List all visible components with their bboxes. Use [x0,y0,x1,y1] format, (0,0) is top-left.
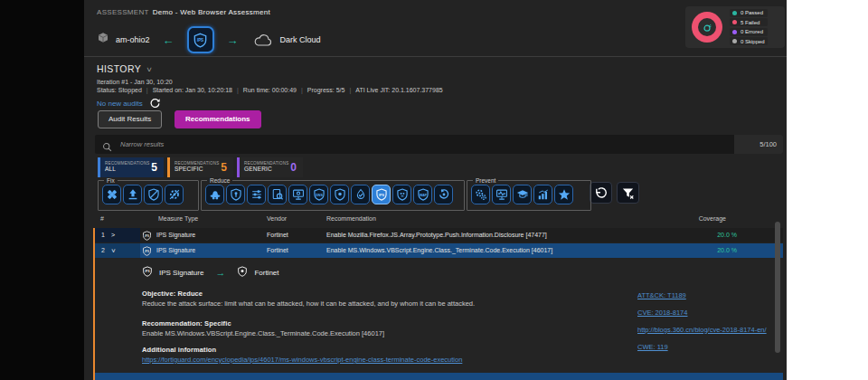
legend-item: 0 Skipped [730,37,768,45]
status-item: Progress: 5/5 [307,87,345,93]
filter-group-fix: Fix [98,180,199,211]
row-coverage: 20.0 % [656,243,737,258]
search-document-icon[interactable] [268,185,287,204]
tab-recommendations[interactable]: Recommendations [175,110,261,128]
legend-label: 0 Passed [741,10,763,15]
sliders-icon[interactable] [247,185,266,204]
counter-card-specific[interactable]: RECOMMENDATIONSSPECIFIC5 [167,157,233,177]
row-coverage: 20.0 % [656,228,737,242]
config-disable-icon[interactable] [165,185,184,204]
waf-shield-icon[interactable]: WAF [413,185,432,204]
assessment-panel: ASSESSMENTDemo - Web Browser Assessment … [84,0,787,380]
scenario-flow: am-ohio2 ← IPS → Dark Cloud [97,27,321,52]
column-header-0[interactable]: # [100,215,104,222]
dns-shield-icon[interactable]: DNS [309,185,328,204]
svg-text:IPS: IPS [145,249,149,252]
results-summary-widget: 0 Passed5 Failed0 Errored0 Skipped [685,6,785,48]
gears-icon[interactable] [471,185,490,204]
filter-clear-icon [621,186,635,200]
monitor-wave-icon[interactable] [492,185,511,204]
skull-shield-icon[interactable] [392,185,411,204]
shield-dot-icon[interactable] [330,185,349,204]
chevron-right-icon[interactable]: > [111,228,115,242]
reference-link[interactable]: CVE: 2018-8174 [637,309,780,318]
ips-shield-badge[interactable]: IPS [187,26,214,53]
column-header-1[interactable]: Measure Type [158,215,198,222]
status-separator: | [237,87,239,93]
recommendation-detail: IPS IPS Signature → Fortinet Objective: … [95,259,783,373]
education-icon[interactable] [513,185,532,204]
detail-header: IPS IPS Signature → Fortinet [142,266,279,279]
legend-label: 5 Failed [741,20,760,25]
svg-text:IPS: IPS [197,38,203,43]
legend-label: 0 Errored [741,29,763,34]
rollback-icon[interactable] [434,185,453,204]
results-donut-chart[interactable] [692,12,722,43]
refresh-icon[interactable] [150,95,160,111]
update-icon[interactable] [123,185,142,204]
row-measure-type: IPS Signature [156,243,195,258]
recommendation-title: Recommendation: Specific [142,319,231,328]
legend-dot-icon [732,30,737,34]
chevron-down-icon[interactable]: > [106,249,120,252]
reference-link[interactable]: CWE: 119 [637,343,780,353]
patch-icon[interactable] [102,185,121,204]
counter-value: 0 [290,161,297,174]
search-icon [102,139,112,156]
svg-text:DNS: DNS [316,194,323,197]
no-new-audits-link[interactable]: No new audits [97,100,143,108]
svg-text:IPS: IPS [145,233,149,237]
status-item: Status: Stopped [97,87,142,93]
results-legend: 0 Passed5 Failed0 Errored0 Skipped [730,9,768,46]
spy-icon[interactable] [205,185,224,204]
flame-check-icon[interactable] [351,185,370,204]
assessment-title: Demo - Web Browser Assessment [153,8,270,16]
counter-card-generic[interactable]: RECOMMENDATIONSGENERIC0 [237,157,303,177]
agent-name[interactable]: am-ohio2 [116,35,150,44]
row-number: 1 [101,228,105,242]
counter-card-all[interactable]: RECOMMENDATIONSALL5 [98,157,164,177]
left-black-margin [0,0,84,380]
header-divider [84,56,787,57]
status-separator: | [349,87,351,93]
shield-keyhole-icon[interactable] [226,185,245,204]
legend-item: 0 Errored [730,28,768,36]
column-header-2[interactable]: Vendor [267,215,287,222]
search-placeholder: Narrow results [120,135,164,154]
reference-link[interactable]: ATT&CK: T1189 [637,291,780,301]
shield-disable-icon[interactable] [144,185,163,204]
destination-name[interactable]: Dark Cloud [280,35,321,44]
ips-shield-icon[interactable]: IPS [372,185,391,204]
assessment-kicker: ASSESSMENT [97,8,149,16]
objective-text: Reduce the attack surface: limit what ca… [142,299,630,308]
filter-group-reduce: ReduceDNSIPSWAF [201,180,465,211]
row-recommendation: Enable MS.Windows.VBScript.Engine.Class.… [326,243,552,258]
tab-audit-results[interactable]: Audit Results [98,110,162,128]
clear-filters-button[interactable] [617,182,639,204]
agent-cube-icon [97,32,109,48]
search-bar[interactable]: Narrow results 5/100 [95,135,783,154]
star-icon[interactable] [554,185,573,204]
legend-item: 5 Failed [730,18,768,26]
status-item: Started on: Jan 30, 10:20:18 [153,87,232,93]
column-header-3[interactable]: Recommendation [326,215,376,222]
undo-icon [594,186,608,200]
svg-text:IPS: IPS [145,270,149,273]
status-item: ATI Live JIT: 20.1.1607.377985 [355,87,442,93]
table-row[interactable]: 1>IPSIPS SignatureFortinetEnable Mozilla… [95,228,783,242]
chevron-down-icon: > [145,67,154,72]
counter-value: 5 [221,161,227,174]
monitor-gear-icon[interactable] [288,185,307,204]
history-label: HISTORY [97,63,141,74]
chart-growth-icon[interactable] [533,185,552,204]
vertical-scrollbar[interactable] [775,222,780,353]
column-header-4[interactable]: Coverage [654,215,726,222]
filter-toolbar: FixReduceDNSIPSWAFPrevent [98,178,771,214]
detail-measure: IPS Signature [159,269,203,277]
arrow-right-icon: → [227,33,239,47]
fortiguard-link[interactable]: https://fortiguard.com/encyclopedia/ips/… [142,356,462,364]
undo-button[interactable] [590,182,612,204]
table-row[interactable]: 2>IPSIPS SignatureFortinetEnable MS.Wind… [95,243,783,258]
history-heading[interactable]: HISTORY> [97,63,152,74]
reference-link[interactable]: http://blogs.360.cn/blog/cve-2018-8174-e… [637,326,780,336]
